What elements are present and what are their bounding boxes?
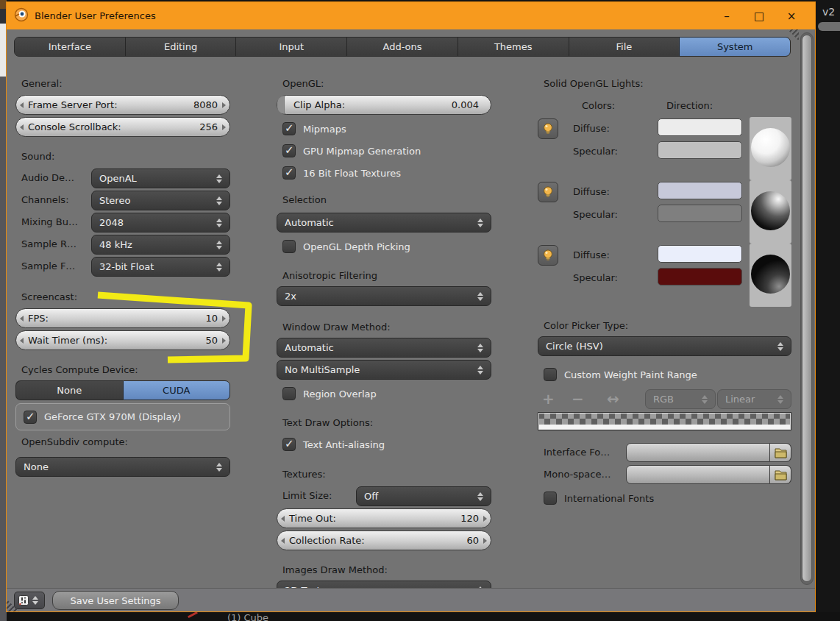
dropdown-arrows-icon	[777, 395, 783, 404]
mipmaps-row: ✓ Mipmaps	[282, 121, 346, 137]
titlebar[interactable]: Blender User Preferences – □ ×	[7, 2, 815, 29]
decrement-arrow-icon[interactable]	[20, 338, 24, 344]
light3-specular-swatch[interactable]	[658, 268, 742, 285]
light2-specular-label: Specular:	[573, 209, 618, 220]
increment-arrow-icon[interactable]	[222, 316, 226, 322]
editor-type-selector[interactable]	[14, 592, 45, 609]
window-draw-method-dropdown[interactable]: Automatic	[277, 338, 491, 358]
weight-colorband-strip[interactable]	[538, 412, 791, 430]
window-draw-heading: Window Draw Method:	[282, 322, 391, 333]
clip-alpha-slider[interactable]: Clip Alpha: 0.004	[277, 95, 491, 115]
dropdown-arrows-icon	[216, 241, 222, 249]
interface-font-browse-button[interactable]	[770, 443, 791, 462]
international-fonts-checkbox[interactable]: ✓	[544, 492, 557, 505]
region-overlap-row: ✓ Region Overlap	[282, 386, 377, 402]
mixing-buffer-dropdown[interactable]: 2048	[91, 213, 230, 233]
images-draw-dropdown[interactable]: 2D Texture	[277, 581, 491, 588]
collection-rate-field[interactable]: Collection Rate: 60	[277, 530, 491, 550]
increment-arrow-icon[interactable]	[483, 516, 487, 522]
text-antialias-checkbox[interactable]: ✓	[282, 438, 296, 451]
weight-paint-range-checkbox[interactable]: ✓	[544, 368, 557, 381]
color-picker-type-dropdown[interactable]: Circle (HSV)	[538, 336, 791, 356]
mono-font-field[interactable]	[626, 465, 770, 484]
vertical-scrollbar[interactable]	[800, 32, 814, 585]
light1-direction-widget[interactable]	[750, 117, 791, 180]
light2-diffuse-swatch[interactable]	[658, 182, 742, 199]
sample-format-dropdown[interactable]: 32-bit Float	[91, 257, 230, 277]
light1-diffuse-swatch[interactable]	[658, 118, 742, 136]
gpu-mipmap-checkbox[interactable]: ✓	[282, 144, 296, 157]
console-scrollback-field[interactable]: Console Scrollback: 256	[15, 117, 230, 137]
colorband-remove-button[interactable]: −	[572, 389, 584, 409]
scrollbar-thumb[interactable]	[802, 35, 812, 582]
screencast-wait-timer-field[interactable]: Wait Timer (ms): 50	[15, 330, 230, 350]
time-out-field[interactable]: Time Out: 120	[277, 508, 491, 528]
light1-toggle-button[interactable]	[538, 118, 558, 139]
color-picker-heading: Color Picker Type:	[544, 320, 628, 331]
increment-arrow-icon[interactable]	[222, 124, 226, 130]
increment-arrow-icon[interactable]	[222, 102, 226, 108]
international-fonts-row: ✓ International Fonts	[544, 490, 654, 506]
screencast-fps-field[interactable]: FPS: 10	[15, 308, 230, 328]
cuda-device-checkbox[interactable]: ✓	[24, 411, 37, 424]
cycles-cuda-button[interactable]: CUDA	[123, 380, 231, 400]
save-user-settings-button[interactable]: Save User Settings	[52, 591, 179, 610]
column-lights: Solid OpenGL Lights: Colors: Direction: …	[538, 29, 791, 587]
cycles-none-button[interactable]: None	[15, 380, 123, 400]
float-textures-checkbox[interactable]: ✓	[282, 166, 296, 180]
cycles-compute-toggle: None CUDA	[15, 380, 230, 400]
decrement-arrow-icon[interactable]	[281, 538, 285, 544]
colorband-interpolation-dropdown[interactable]: Linear	[717, 389, 791, 409]
window-title: Blender User Preferences	[35, 10, 156, 21]
limit-size-dropdown[interactable]: Off	[356, 486, 491, 506]
colorband-flip-button[interactable]: ↔	[607, 389, 619, 409]
increment-arrow-icon[interactable]	[222, 338, 226, 344]
blender-logo-icon	[14, 7, 29, 24]
light1-specular-swatch[interactable]	[658, 141, 742, 159]
light1-specular-label: Specular:	[573, 146, 618, 157]
light2-direction-widget[interactable]	[750, 180, 791, 244]
sample-format-label: Sample F…	[21, 260, 75, 272]
depth-picking-row: ✓ OpenGL Depth Picking	[282, 238, 410, 255]
light3-direction-widget[interactable]	[750, 244, 791, 307]
channels-dropdown[interactable]: Stereo	[91, 191, 230, 210]
dropdown-arrows-icon	[216, 463, 222, 472]
opensubdiv-dropdown[interactable]: None	[15, 457, 230, 477]
channels-label: Channels:	[21, 194, 69, 205]
text-draw-heading: Text Draw Options:	[282, 417, 373, 428]
close-button[interactable]: ×	[775, 5, 808, 27]
decrement-arrow-icon[interactable]	[281, 516, 285, 522]
depth-picking-checkbox[interactable]: ✓	[282, 240, 296, 253]
anisotropic-dropdown[interactable]: 2x	[277, 286, 491, 306]
colorband-add-button[interactable]: +	[542, 389, 555, 409]
dropdown-arrows-icon	[477, 366, 483, 375]
minimize-button[interactable]: –	[711, 5, 743, 27]
decrement-arrow-icon[interactable]	[20, 316, 24, 322]
decrement-arrow-icon[interactable]	[20, 102, 24, 108]
increment-arrow-icon[interactable]	[483, 538, 487, 544]
light3-toggle-button[interactable]	[538, 245, 558, 266]
images-draw-heading: Images Draw Method:	[282, 564, 388, 575]
light2-specular-swatch[interactable]	[658, 205, 742, 222]
column-opengl: OpenGL: Clip Alpha: 0.004 ✓ Mipmaps ✓ GP…	[277, 29, 491, 587]
decrement-arrow-icon[interactable]	[20, 124, 24, 130]
textures-heading: Textures:	[282, 469, 326, 480]
light2-toggle-button[interactable]	[538, 182, 558, 202]
screen: v2 (1) Cube Blender User Preferences – □…	[0, 0, 840, 621]
column-general: General: Frame Server Port: 8080 Console…	[15, 29, 230, 587]
weight-paint-range-row: ✓ Custom Weight Paint Range	[544, 366, 697, 383]
maximize-button[interactable]: □	[743, 5, 775, 27]
audio-device-dropdown[interactable]: OpenAL	[91, 168, 230, 188]
light3-diffuse-swatch[interactable]	[658, 245, 742, 263]
sample-rate-dropdown[interactable]: 48 kHz	[91, 235, 230, 255]
frame-server-port-field[interactable]: Frame Server Port: 8080	[15, 95, 230, 115]
lightbulb-icon	[541, 249, 555, 262]
mono-font-browse-button[interactable]	[770, 465, 791, 484]
region-overlap-checkbox[interactable]: ✓	[282, 387, 296, 400]
selection-method-dropdown[interactable]: Automatic	[277, 213, 491, 233]
mipmaps-checkbox[interactable]: ✓	[282, 122, 296, 135]
cuda-device-label: GeForce GTX 970M (Display)	[44, 411, 181, 422]
interface-font-field[interactable]	[626, 443, 770, 462]
colorband-mode-dropdown[interactable]: RGB	[645, 389, 716, 409]
multisample-dropdown[interactable]: No MultiSample	[277, 360, 491, 380]
